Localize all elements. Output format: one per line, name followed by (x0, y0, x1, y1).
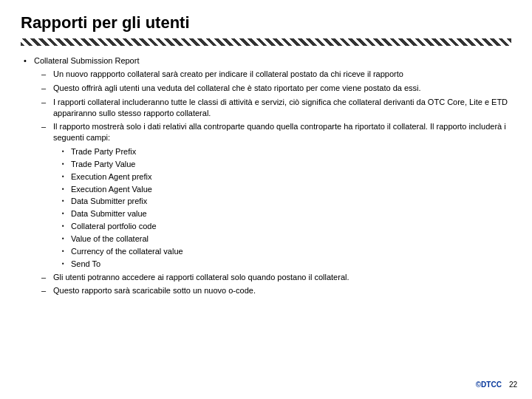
bullet-item-9: ▪Send To (62, 259, 511, 270)
bullet-square-9: ▪ (62, 260, 71, 268)
bullet-square-5: ▪ (62, 210, 71, 218)
bullet-item-text-1: Trade Party Value (71, 159, 135, 170)
extra-dash-sym-1: – (41, 285, 53, 296)
extra-dash-0: – Gli utenti potranno accedere ai rappor… (41, 272, 511, 283)
bullet-item-text-4: Data Submitter prefix (71, 196, 147, 207)
main-section: Collateral Submission Report – Un nuovo … (34, 56, 511, 299)
bullet-item-2: ▪Execution Agent prefix (62, 171, 511, 183)
dash-text-0: Un nuovo rappporto collateral sarà creat… (53, 69, 511, 80)
main-bullet-item: • Collateral Submission Report – Un nuov… (24, 56, 511, 299)
bullet-item-0: ▪Trade Party Prefix (62, 146, 511, 157)
bullet-square-3: ▪ (62, 185, 71, 194)
bullet-item-3: ▪Execution Agent Value (62, 184, 511, 195)
bullet-square-8: ▪ (62, 248, 71, 256)
content-area: • Collateral Submission Report – Un nuov… (21, 56, 511, 299)
page: Rapporti per gli utenti • Collateral Sub… (0, 0, 532, 399)
dash-1: – (41, 83, 53, 94)
bullet-item-text-5: Data Submitter value (71, 208, 147, 219)
footer-brand: ©DTCC (476, 381, 502, 389)
bullet-item-5: ▪Data Submitter value (62, 208, 511, 219)
dash-text-1: Questo offrirà agli utenti una veduta de… (53, 83, 511, 94)
bullet-items-list: ▪Trade Party Prefix▪Trade Party Value▪Ex… (62, 146, 511, 269)
extra-dash-text-1: Questo rapporto sarà scaricabile sotto u… (53, 285, 511, 296)
bullet-item-4: ▪Data Submitter prefix (62, 196, 511, 207)
bullet-item-6: ▪Collateral portfolio code (62, 221, 511, 232)
divider-bar (21, 38, 511, 46)
section-title: Collateral Submission Report (34, 56, 511, 65)
bullet-square-6: ▪ (62, 222, 71, 231)
bullet-item-7: ▪Value of the collateral (62, 233, 511, 245)
dash-0: – (41, 69, 53, 80)
bullet-square-1: ▪ (62, 160, 71, 168)
dash-text-3: Il rapporto mostrerà solo i dati relativ… (53, 121, 511, 143)
dash-item-2: – I rapporti collateral includeranno tut… (41, 97, 511, 119)
extra-dash-1: – Questo rapporto sarà scaricabile sotto… (41, 285, 511, 296)
page-title: Rapporti per gli utenti (21, 13, 511, 33)
bullet-square-0: ▪ (62, 148, 71, 156)
bullet-item-8: ▪Currency of the collateral value (62, 246, 511, 257)
bullet-square-2: ▪ (62, 173, 71, 181)
bullet-item-1: ▪Trade Party Value (62, 159, 511, 170)
dash-item-3: – Il rapporto mostrerà solo i dati relat… (41, 121, 511, 143)
extra-dash-sym-0: – (41, 272, 53, 283)
bullet-item-text-6: Collateral portfolio code (71, 221, 157, 232)
dash-2: – (41, 97, 53, 108)
dash-item-1: – Questo offrirà agli utenti una veduta … (41, 83, 511, 94)
bullet-dot: • (24, 56, 34, 65)
bullet-item-text-9: Send To (71, 259, 100, 270)
sub-items: – Un nuovo rappporto collateral sarà cre… (41, 69, 511, 296)
dash-3: – (41, 121, 53, 132)
dash-text-2: I rapporti collateral includeranno tutte… (53, 97, 511, 119)
bullet-square-4: ▪ (62, 197, 71, 205)
bullet-item-text-7: Value of the collateral (71, 233, 149, 245)
dash-item-0: – Un nuovo rappporto collateral sarà cre… (41, 69, 511, 80)
bullet-square-7: ▪ (62, 235, 71, 243)
bullet-item-text-8: Currency of the collateral value (71, 246, 183, 257)
extra-dash-text-0: Gli utenti potranno accedere ai rapporti… (53, 272, 511, 283)
footer-page-number: 22 (509, 381, 517, 389)
bullet-item-text-2: Execution Agent prefix (71, 171, 151, 183)
footer: ©DTCC 22 (476, 381, 517, 389)
bullet-item-text-0: Trade Party Prefix (71, 146, 136, 157)
bullet-item-text-3: Execution Agent Value (71, 184, 152, 195)
